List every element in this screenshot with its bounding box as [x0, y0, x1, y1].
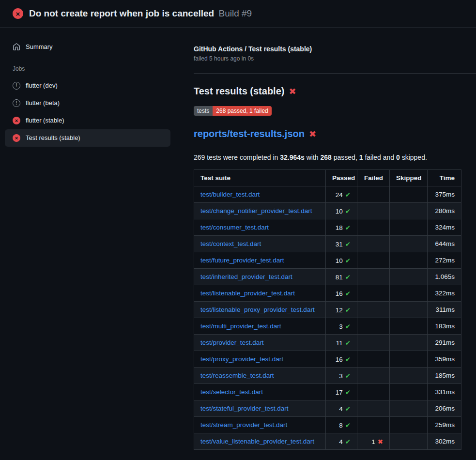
count-value: 16: [336, 290, 343, 297]
x-circle-fill-icon: ×: [13, 8, 23, 19]
passed-cell: 4✔: [326, 400, 357, 417]
test-suite-link[interactable]: test/context_test.dart: [200, 240, 261, 247]
test-suite-link[interactable]: test/multi_provider_test.dart: [200, 322, 281, 330]
passed-cell: 31✔: [326, 236, 357, 252]
failed-cell: [357, 351, 390, 368]
test-suite-link[interactable]: test/selector_test.dart: [200, 388, 263, 396]
test-suite-cell: test/provider_test.dart: [194, 335, 326, 351]
time-cell: 359ms: [428, 351, 461, 368]
test-suite-link[interactable]: test/future_provider_test.dart: [200, 257, 284, 264]
time-value: 185ms: [435, 372, 455, 379]
alert-circle-icon: !: [13, 82, 20, 90]
passed-cell: 81✔: [326, 269, 357, 285]
skipped-cell: [390, 252, 428, 269]
time-cell: 183ms: [428, 318, 461, 335]
skipped-cell: [390, 186, 428, 203]
test-suite-cell: test/multi_provider_test.dart: [194, 318, 326, 335]
count-value: 3: [339, 372, 343, 380]
build-number: Build #9: [218, 8, 252, 18]
test-suite-link[interactable]: test/proxy_provider_test.dart: [200, 355, 283, 363]
skipped-cell: [390, 368, 428, 384]
check-icon: ✔: [345, 208, 351, 215]
col-header-skipped: Skipped: [390, 170, 428, 186]
sidebar-item-flutter-dev[interactable]: ! flutter (dev): [5, 77, 170, 94]
test-suite-link[interactable]: test/reassemble_test.dart: [200, 372, 274, 379]
time-value: 644ms: [435, 240, 455, 247]
check-icon: ✔: [345, 274, 351, 281]
summary-text: passed,: [332, 153, 359, 161]
test-suite-link[interactable]: test/consumer_test.dart: [200, 224, 269, 231]
time-value: 1.065s: [435, 273, 455, 280]
skipped-cell: [390, 285, 428, 302]
passed-cell: 4✔: [326, 433, 357, 450]
skipped-cell: [390, 351, 428, 368]
time-value: 259ms: [435, 421, 455, 429]
failed-cell: [357, 219, 390, 236]
time-value: 206ms: [435, 405, 455, 412]
sidebar-item-test-results-stable[interactable]: × Test results (stable): [5, 129, 170, 147]
count-value: 3: [339, 323, 343, 330]
sidebar-item-flutter-stable[interactable]: × flutter (stable): [5, 112, 170, 129]
time-value: 302ms: [435, 438, 455, 445]
test-results-tbody: test/builder_test.dart24✔375mstest/chang…: [194, 186, 461, 450]
report-link[interactable]: reports/test-results.json: [194, 128, 305, 139]
test-suite-cell: test/proxy_provider_test.dart: [194, 351, 326, 368]
skipped-cell: [390, 384, 428, 400]
passed-cell: 3✔: [326, 318, 357, 335]
check-icon: ✔: [345, 307, 351, 314]
skipped-cell: [390, 236, 428, 252]
passed-cell: 11✔: [326, 335, 357, 351]
count-value: 18: [336, 224, 343, 231]
test-suite-cell: test/context_test.dart: [194, 236, 326, 252]
test-suite-link[interactable]: test/inherited_provider_test.dart: [200, 273, 292, 280]
time-cell: 322ms: [428, 285, 461, 302]
test-suite-link[interactable]: test/change_notifier_provider_test.dart: [200, 207, 312, 215]
summary-failed-count: 1: [359, 153, 363, 161]
time-value: 272ms: [435, 257, 455, 264]
passed-cell: 16✔: [326, 351, 357, 368]
check-icon: ✔: [345, 438, 351, 445]
test-suite-link[interactable]: test/value_listenable_provider_test.dart: [200, 438, 314, 445]
check-icon: ✔: [345, 290, 351, 297]
sidebar-item-flutter-beta[interactable]: ! flutter (beta): [5, 94, 170, 112]
time-cell: 259ms: [428, 417, 461, 433]
section-heading-text: Test results (stable): [194, 86, 284, 97]
x-icon: ✖: [378, 438, 383, 445]
count-value: 8: [339, 422, 343, 429]
check-icon: ✔: [345, 224, 351, 231]
sidebar-item-summary[interactable]: Summary: [5, 38, 170, 56]
table-row: test/proxy_provider_test.dart16✔359ms: [194, 351, 461, 368]
check-icon: ✔: [345, 389, 351, 396]
divider: [194, 73, 476, 74]
test-suite-link[interactable]: test/stateful_provider_test.dart: [200, 405, 289, 412]
time-cell: 1.065s: [428, 269, 461, 285]
report-heading: reports/test-results.json ✖: [194, 128, 476, 145]
passed-cell: 16✔: [326, 285, 357, 302]
test-suite-link[interactable]: test/listenable_proxy_provider_test.dart: [200, 306, 315, 313]
check-icon: ✔: [345, 323, 351, 330]
failed-cell: [357, 368, 390, 384]
count-value: 4: [339, 405, 343, 413]
test-suite-cell: test/inherited_provider_test.dart: [194, 269, 326, 285]
sidebar-item-label: flutter (dev): [26, 82, 58, 90]
table-row: test/consumer_test.dart18✔324ms: [194, 219, 461, 236]
skipped-cell: [390, 335, 428, 351]
x-icon: ✖: [289, 87, 296, 96]
summary-skipped-count: 0: [396, 153, 400, 161]
page-layout: Summary Jobs ! flutter (dev) ! flutter (…: [0, 28, 476, 450]
badge-value: 268 passed, 1 failed: [213, 106, 271, 116]
badge-label: tests: [194, 106, 213, 116]
count-value: 10: [336, 208, 343, 215]
summary-duration: 32.964s: [280, 153, 305, 161]
test-suite-link[interactable]: test/stream_provider_test.dart: [200, 421, 287, 429]
passed-cell: 12✔: [326, 302, 357, 318]
passed-cell: 8✔: [326, 417, 357, 433]
failed-cell: [357, 236, 390, 252]
failed-cell: [357, 186, 390, 203]
count-value: 16: [336, 356, 343, 363]
test-suite-cell: test/change_notifier_provider_test.dart: [194, 203, 326, 219]
test-suite-link[interactable]: test/listenable_provider_test.dart: [200, 290, 295, 297]
table-header-row: Test suite Passed Failed Skipped Time: [194, 170, 461, 186]
test-suite-link[interactable]: test/provider_test.dart: [200, 339, 264, 346]
test-suite-link[interactable]: test/builder_test.dart: [200, 191, 260, 198]
